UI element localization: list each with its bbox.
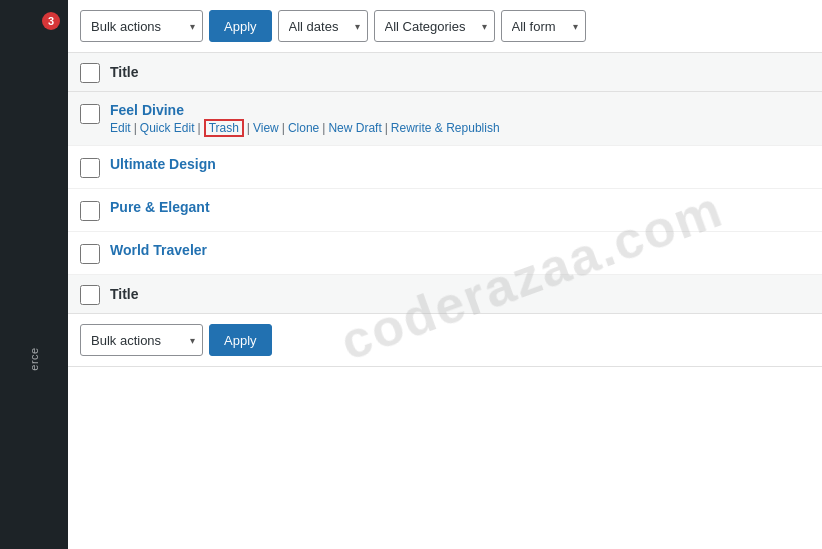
row-title-ultimate-design[interactable]: Ultimate Design bbox=[110, 156, 216, 172]
footer-apply-button[interactable]: Apply bbox=[209, 324, 272, 356]
row-checkbox-ultimate-design[interactable] bbox=[80, 158, 100, 178]
table-footer-row: Title bbox=[68, 275, 822, 314]
row-title-world-traveler[interactable]: World Traveler bbox=[110, 242, 207, 258]
footer-toolbar: Bulk actions Edit Move to Trash ▾ Apply bbox=[68, 314, 822, 367]
row-title-pure-elegant[interactable]: Pure & Elegant bbox=[110, 199, 210, 215]
row-action-view[interactable]: View bbox=[253, 121, 279, 135]
bulk-actions-select[interactable]: Bulk actions Edit Move to Trash bbox=[80, 10, 203, 42]
row-title-feel-divine[interactable]: Feel Divine bbox=[110, 102, 184, 118]
row-content-ultimate-design: Ultimate Design bbox=[110, 156, 810, 172]
all-forms-select[interactable]: All form bbox=[501, 10, 586, 42]
table-row: Feel Divine Edit | Quick Edit | Trash | … bbox=[68, 92, 822, 146]
row-checkbox-pure-elegant[interactable] bbox=[80, 201, 100, 221]
sidebar-label: erce bbox=[24, 325, 44, 393]
row-action-edit[interactable]: Edit bbox=[110, 121, 131, 135]
select-all-checkbox[interactable] bbox=[80, 63, 100, 83]
all-categories-wrapper: All Categories ▾ bbox=[374, 10, 495, 42]
row-content-world-traveler: World Traveler bbox=[110, 242, 810, 258]
table-header-row: Title bbox=[68, 53, 822, 92]
apply-button[interactable]: Apply bbox=[209, 10, 272, 42]
sidebar-notification-badge: 3 bbox=[42, 12, 60, 30]
table-row: World Traveler bbox=[68, 232, 822, 275]
footer-bulk-actions-select[interactable]: Bulk actions Edit Move to Trash bbox=[80, 324, 203, 356]
bulk-actions-wrapper: Bulk actions Edit Move to Trash ▾ bbox=[80, 10, 203, 42]
table-row: Ultimate Design bbox=[68, 146, 822, 189]
row-action-new-draft[interactable]: New Draft bbox=[328, 121, 381, 135]
table-header-title: Title bbox=[110, 64, 139, 80]
row-content-feel-divine: Feel Divine Edit | Quick Edit | Trash | … bbox=[110, 102, 810, 135]
all-forms-wrapper: All form ▾ bbox=[501, 10, 586, 42]
row-content-pure-elegant: Pure & Elegant bbox=[110, 199, 810, 215]
main-content: Bulk actions Edit Move to Trash ▾ Apply … bbox=[68, 0, 822, 549]
row-checkbox-feel-divine[interactable] bbox=[80, 104, 100, 124]
row-action-rewrite-republish[interactable]: Rewrite & Republish bbox=[391, 121, 500, 135]
row-action-clone[interactable]: Clone bbox=[288, 121, 319, 135]
all-categories-select[interactable]: All Categories bbox=[374, 10, 495, 42]
row-action-trash[interactable]: Trash bbox=[204, 119, 244, 137]
table-row: Pure & Elegant bbox=[68, 189, 822, 232]
posts-table: Title Feel Divine Edit | Quick Edit | Tr… bbox=[68, 53, 822, 367]
all-dates-select[interactable]: All dates bbox=[278, 10, 368, 42]
all-dates-wrapper: All dates ▾ bbox=[278, 10, 368, 42]
table-footer-title: Title bbox=[110, 286, 139, 302]
toolbar: Bulk actions Edit Move to Trash ▾ Apply … bbox=[68, 0, 822, 53]
row-action-quick-edit[interactable]: Quick Edit bbox=[140, 121, 195, 135]
row-checkbox-world-traveler[interactable] bbox=[80, 244, 100, 264]
sidebar: 3 erce bbox=[0, 0, 68, 549]
row-actions-feel-divine: Edit | Quick Edit | Trash | View | Clone… bbox=[110, 121, 810, 135]
footer-bulk-actions-wrapper: Bulk actions Edit Move to Trash ▾ bbox=[80, 324, 203, 356]
select-all-footer-checkbox[interactable] bbox=[80, 285, 100, 305]
